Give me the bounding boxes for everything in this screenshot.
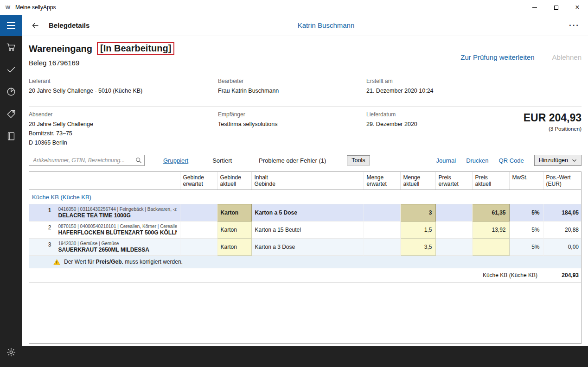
field-label: Lieferant bbox=[29, 77, 218, 85]
tools-button[interactable]: Tools bbox=[347, 155, 370, 165]
menge-erwartet-cell bbox=[364, 239, 400, 256]
field-absender: Absender 20 Jahre Selly Challenge Bornit… bbox=[29, 111, 218, 147]
table-row[interactable]: 2 0870150 | 04000540210101 | Cerealien, … bbox=[29, 221, 582, 239]
article-cell: 0870150 | 04000540210101 | Cerealien, Kö… bbox=[55, 221, 180, 239]
check-icon bbox=[6, 64, 16, 75]
sidebar bbox=[0, 15, 22, 367]
group-title: Küche KB (Küche KB) bbox=[29, 190, 582, 204]
inhalt-gebinde-cell: Karton a 3 Dose bbox=[251, 239, 364, 256]
warning-icon bbox=[53, 259, 60, 265]
preis-aktuell-cell[interactable]: 61,35 bbox=[472, 204, 509, 221]
total-block: EUR 204,93 (3 Positionen) bbox=[505, 111, 582, 147]
col-header-menge-erwartet: Menge erwartet bbox=[364, 172, 400, 190]
search-input[interactable] bbox=[29, 155, 145, 166]
field-label: Bearbeiter bbox=[218, 77, 366, 85]
col-header-menge-aktuell: Menge aktuell bbox=[400, 172, 435, 190]
gear-icon bbox=[6, 347, 16, 357]
minimize-icon bbox=[532, 7, 537, 8]
gebinde-aktuell-cell[interactable]: Karton bbox=[217, 239, 251, 256]
tag-icon bbox=[6, 109, 16, 119]
sorted-toggle-link[interactable]: Sortiert bbox=[212, 157, 232, 164]
field-value: 29. Dezember 2020 bbox=[366, 120, 505, 129]
cart-icon bbox=[6, 42, 16, 52]
article-name: SAUERKRAUT 2650ML MILDESSA bbox=[58, 247, 177, 253]
window-title: Meine sellyApps bbox=[15, 4, 56, 11]
close-icon: × bbox=[575, 4, 579, 11]
maximize-button[interactable] bbox=[545, 0, 567, 15]
article-meta: 1942030 | Gemüse | Gemüse bbox=[58, 241, 177, 246]
table-row[interactable]: 3 1942030 | Gemüse | Gemüse SAUERKRAUT 2… bbox=[29, 239, 582, 256]
inhalt-gebinde-cell: Karton a 15 Beutel bbox=[251, 221, 364, 239]
titlebar: W Meine sellyApps × bbox=[0, 0, 588, 15]
field-label: Empfänger bbox=[218, 111, 366, 119]
app-logo-icon: W bbox=[4, 4, 12, 11]
search-icon[interactable] bbox=[135, 157, 142, 165]
sidebar-item-tasks[interactable] bbox=[0, 58, 22, 81]
preis-aktuell-cell[interactable]: 13,92 bbox=[472, 221, 509, 239]
qr-code-link[interactable]: QR Code bbox=[499, 157, 524, 164]
mwst-cell: 5% bbox=[509, 204, 543, 221]
warning-row: Der Wert für Preis/Geb. muss korrigiert … bbox=[29, 256, 582, 268]
mwst-cell: 5% bbox=[509, 239, 543, 256]
col-header bbox=[29, 172, 55, 190]
menge-aktuell-cell[interactable]: 1,5 bbox=[400, 221, 435, 239]
back-button[interactable] bbox=[28, 19, 42, 32]
sidebar-item-offers[interactable] bbox=[0, 103, 22, 125]
absender-line: 20 Jahre Selly Challenge bbox=[29, 120, 218, 129]
article-meta: 0416050 | 03116430256744 | Feingebäck | … bbox=[58, 207, 177, 212]
subtotal-label: Küche KB (Küche KB) bbox=[29, 268, 543, 283]
bottom-bar bbox=[22, 346, 588, 367]
preis-erwartet-cell bbox=[435, 239, 472, 256]
row-number: 1 bbox=[29, 204, 55, 221]
group-header-row[interactable]: Küche KB (Küche KB) bbox=[29, 190, 582, 204]
pos-wert-cell: 20,88 bbox=[543, 221, 582, 239]
gebinde-aktuell-cell[interactable]: Karton bbox=[217, 221, 251, 239]
print-link[interactable]: Drucken bbox=[466, 157, 488, 164]
gebinde-aktuell-cell[interactable]: Karton bbox=[217, 204, 251, 221]
menge-aktuell-cell[interactable]: 3 bbox=[400, 204, 435, 221]
main-content: Wareneingang [In Bearbeitung] Beleg 1679… bbox=[22, 36, 588, 346]
journal-link[interactable]: Journal bbox=[436, 157, 456, 164]
preis-erwartet-cell bbox=[435, 204, 472, 221]
table-row[interactable]: 1 0416050 | 03116430256744 | Feingebäck … bbox=[29, 204, 582, 221]
article-name: DELACRE TEA TIME 1000G bbox=[58, 212, 177, 219]
field-label: Absender bbox=[29, 111, 218, 119]
table-header-row: Gebinde erwartet Gebinde aktuell Inhalt … bbox=[29, 172, 582, 190]
group-subtotal-row: Küche KB (Küche KB) 204,93 bbox=[29, 268, 582, 283]
add-button[interactable]: Hinzufügen bbox=[534, 155, 582, 166]
hamburger-menu-button[interactable] bbox=[0, 15, 22, 36]
field-value: Frau Katrin Buschmann bbox=[218, 86, 366, 95]
gebinde-erwartet-cell bbox=[180, 204, 217, 221]
doc-type-title: Wareneingang bbox=[29, 44, 92, 54]
window-controls: × bbox=[524, 0, 588, 15]
problems-filter-link[interactable]: Probleme oder Fehler (1) bbox=[259, 157, 326, 164]
close-button[interactable]: × bbox=[567, 0, 588, 15]
menge-aktuell-cell[interactable]: 3,5 bbox=[400, 239, 435, 256]
document-title: Wareneingang [In Bearbeitung] bbox=[29, 42, 174, 55]
grouped-toggle-link[interactable]: Gruppiert bbox=[163, 157, 188, 164]
warning-text: Der Wert für Preis/Geb. muss korrigiert … bbox=[64, 259, 183, 265]
field-empfaenger: Empfänger Testfirma sellysolutions bbox=[218, 111, 366, 147]
reject-link[interactable]: Ablehnen bbox=[552, 53, 582, 61]
fields-row-2: Absender 20 Jahre Selly Challenge Bornit… bbox=[29, 107, 582, 150]
doc-number: Beleg 16796169 bbox=[29, 59, 174, 67]
sidebar-item-reports[interactable] bbox=[0, 81, 22, 103]
field-label: Lieferdatum bbox=[366, 111, 505, 119]
sidebar-item-settings[interactable] bbox=[0, 341, 22, 363]
preis-aktuell-cell[interactable] bbox=[472, 239, 509, 256]
col-header-preis-aktuell: Preis aktuell bbox=[472, 172, 509, 190]
col-header bbox=[55, 172, 180, 190]
toolbar-right: Journal Drucken QR Code Hinzufügen bbox=[436, 155, 582, 166]
field-bearbeiter: Bearbeiter Frau Katrin Buschmann bbox=[218, 77, 366, 95]
mwst-cell: 5% bbox=[509, 221, 543, 239]
col-header-inhalt-gebinde: Inhalt Gebinde bbox=[251, 172, 364, 190]
minimize-button[interactable] bbox=[524, 0, 545, 15]
sidebar-item-catalog[interactable] bbox=[0, 125, 22, 147]
forward-for-review-link[interactable]: Zur Prüfung weiterleiten bbox=[460, 53, 534, 61]
col-header-gebinde-erwartet: Gebinde erwartet bbox=[180, 172, 217, 190]
article-cell: 0416050 | 03116430256744 | Feingebäck | … bbox=[55, 204, 180, 221]
sidebar-item-cart[interactable] bbox=[0, 36, 22, 58]
user-name-link[interactable]: Katrin Buschmann bbox=[64, 21, 588, 29]
search-box bbox=[29, 155, 145, 166]
maximize-icon bbox=[554, 6, 558, 10]
